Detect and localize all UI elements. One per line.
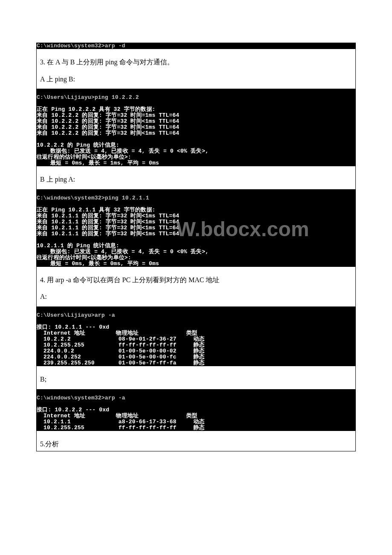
terminal-output: 接口: 10.2.1.1 --- 0xd Internet 地址 物理地址 类型… <box>37 324 205 366</box>
document-page: C:\windows\system32>arp -d 3. 在 A 与 B 上分… <box>36 43 356 451</box>
terminal-ping-a: C:\windows\system32>ping 10.2.1.1 正在 Pin… <box>37 189 355 267</box>
terminal-arp-a: C:\Users\Lijiayu>arp -a 接口: 10.2.1.1 ---… <box>37 306 355 366</box>
a-ping-b-label: A 上 ping B: <box>37 72 355 87</box>
step-4-text: 4. 用 arp -a 命令可以在两台 PC 上分别看到对方的 MAC 地址 <box>37 273 355 287</box>
terminal-arp-d: C:\windows\system32>arp -d <box>37 43 355 49</box>
terminal-prompt: C:\Users\Lijiayu>arp -a <box>37 312 115 318</box>
terminal-arp-b: C:\windows\system32>arp -a 接口: 10.2.2.2 … <box>37 389 355 431</box>
terminal-prompt: C:\windows\system32>arp -a <box>37 395 125 401</box>
terminal-line: C:\windows\system32>arp -d <box>37 43 179 49</box>
watermark-text: W.bdocx.com <box>176 218 309 240</box>
terminal-prompt: C:\Users\Lijiayu>ping 10.2.2.2 <box>37 94 139 101</box>
terminal-ping-b: C:\Users\Lijiayu>ping 10.2.2.2 正在 Ping 1… <box>37 89 355 166</box>
step-5-text: 5.分析 <box>37 437 355 451</box>
b-ping-a-label: B 上 ping A: <box>37 172 355 187</box>
terminal-prompt: C:\windows\system32>ping 10.2.1.1 <box>37 195 149 201</box>
b-label: B; <box>37 372 355 387</box>
step-3-text: 3. 在 A 与 B 上分别用 ping 命令与对方通信。 <box>37 55 355 69</box>
terminal-output: 接口: 10.2.2.2 --- 0xd Internet 地址 物理地址 类型… <box>37 407 205 431</box>
terminal-output: 正在 Ping 10.2.2.2 具有 32 字节的数据: 来自 10.2.2.… <box>37 106 209 166</box>
terminal-output: 正在 Ping 10.2.1.1 具有 32 字节的数据: 来自 10.2.1.… <box>37 207 209 267</box>
a-label: A: <box>37 289 355 304</box>
watermark-logo: W.bdocx.com <box>176 215 338 245</box>
